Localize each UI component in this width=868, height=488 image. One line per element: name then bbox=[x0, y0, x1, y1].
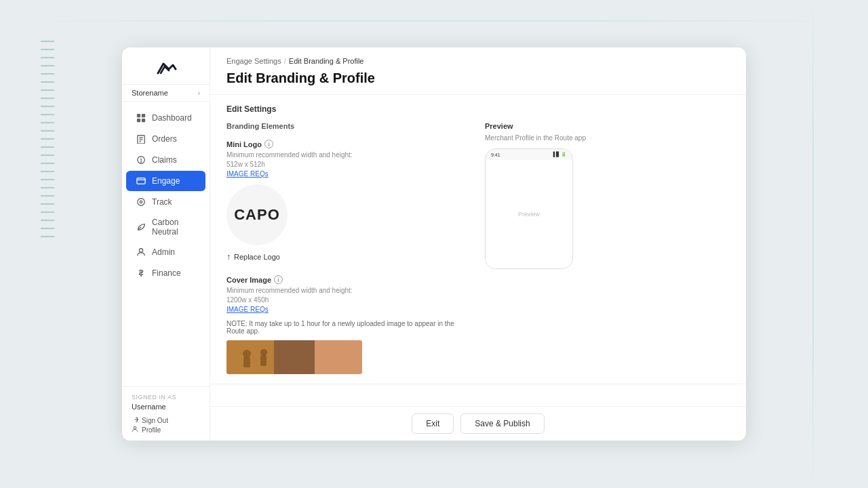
breadcrumb-separator: / bbox=[284, 57, 286, 65]
sidebar: Storename › Dashboard bbox=[122, 47, 210, 441]
cover-image-note: NOTE: It may take up to 1 hour for a new… bbox=[226, 320, 471, 335]
storename-label: Storename bbox=[132, 89, 168, 97]
sidebar-item-dashboard-label: Dashboard bbox=[152, 113, 192, 123]
breadcrumb-bar: Engage Settings / Edit Branding & Profil… bbox=[210, 47, 746, 65]
branding-elements-label: Branding Elements bbox=[226, 122, 471, 130]
cover-image-info-icon[interactable]: i bbox=[274, 275, 283, 284]
phone-status-bar: 9:41 ▐ ▊ 🔋 bbox=[486, 149, 572, 160]
cover-image-reqs[interactable]: IMAGE REQs bbox=[226, 306, 471, 313]
profile-icon bbox=[132, 426, 138, 434]
sidebar-footer: SIGNED IN AS Username Sign Out bbox=[122, 386, 210, 441]
save-publish-button[interactable]: Save & Publish bbox=[460, 413, 544, 434]
content-area: Edit Settings Branding Elements Mini Log… bbox=[210, 95, 746, 406]
storename-chevron-icon: › bbox=[198, 89, 200, 97]
svg-rect-20 bbox=[226, 340, 274, 374]
phone-signal-icon: ▐ ▊ 🔋 bbox=[551, 152, 567, 157]
branding-two-col: Branding Elements Mini Logo i Minimum re… bbox=[226, 122, 730, 374]
svg-rect-24 bbox=[243, 357, 250, 367]
svg-point-25 bbox=[260, 349, 267, 356]
svg-point-10 bbox=[141, 161, 142, 162]
claims-icon bbox=[136, 155, 146, 165]
exit-button[interactable]: Exit bbox=[412, 413, 454, 434]
finance-icon bbox=[136, 268, 146, 279]
svg-point-23 bbox=[243, 350, 251, 358]
app-logo-icon bbox=[155, 60, 177, 76]
svg-point-18 bbox=[134, 426, 136, 429]
edit-settings-section: Edit Settings Branding Elements Mini Log… bbox=[210, 95, 746, 384]
footer-actions: Sign Out Profile bbox=[132, 416, 200, 434]
sidebar-item-finance-label: Finance bbox=[152, 268, 181, 278]
grid-icon bbox=[136, 113, 146, 123]
breadcrumb: Engage Settings / Edit Branding & Profil… bbox=[226, 57, 730, 65]
bg-line-right bbox=[812, 0, 814, 488]
sidebar-item-admin[interactable]: Admin bbox=[126, 242, 205, 262]
edit-settings-title: Edit Settings bbox=[226, 104, 730, 114]
sidebar-item-dashboard[interactable]: Dashboard bbox=[126, 108, 205, 128]
phone-preview-text: Preview bbox=[518, 211, 540, 218]
page-title-bar: Edit Branding & Profile bbox=[210, 65, 746, 95]
sidebar-item-track-label: Track bbox=[152, 197, 172, 207]
phone-mockup: 9:41 ▐ ▊ 🔋 Preview bbox=[485, 148, 573, 269]
sign-out-icon bbox=[132, 416, 138, 424]
signed-in-label: SIGNED IN AS bbox=[132, 394, 200, 401]
leaf-icon bbox=[136, 222, 146, 232]
phone-time: 9:41 bbox=[491, 152, 500, 157]
sidebar-item-carbon[interactable]: Carbon Neutral bbox=[126, 213, 205, 241]
svg-rect-0 bbox=[137, 114, 140, 117]
svg-rect-26 bbox=[260, 355, 267, 366]
username-text: Username bbox=[132, 403, 200, 411]
preview-sublabel: Merchant Profile in the Route app bbox=[485, 134, 730, 142]
upload-icon: ↑ bbox=[226, 252, 231, 262]
admin-icon bbox=[136, 247, 146, 258]
svg-rect-21 bbox=[274, 340, 315, 374]
replace-logo-button[interactable]: ↑ Replace Logo bbox=[226, 252, 280, 262]
svg-rect-22 bbox=[315, 340, 362, 374]
breadcrumb-current: Edit Branding & Profile bbox=[289, 57, 364, 65]
svg-rect-3 bbox=[142, 119, 145, 122]
sidebar-item-engage-label: Engage bbox=[152, 176, 180, 186]
svg-rect-11 bbox=[137, 178, 145, 184]
profile-link[interactable]: Profile bbox=[132, 426, 200, 434]
svg-rect-1 bbox=[142, 114, 145, 117]
sidebar-item-claims[interactable]: Claims bbox=[126, 150, 205, 170]
phone-content-area: Preview bbox=[486, 160, 572, 268]
mini-logo-info-icon[interactable]: i bbox=[264, 140, 273, 148]
sidebar-item-orders-label: Orders bbox=[152, 134, 177, 144]
mini-logo-hint: Minimum recommended width and height: bbox=[226, 151, 471, 159]
mini-logo-image-reqs[interactable]: IMAGE REQs bbox=[226, 170, 471, 178]
branding-elements-col: Branding Elements Mini Logo i Minimum re… bbox=[226, 122, 471, 374]
svg-point-12 bbox=[138, 199, 145, 206]
mini-logo-field-label: Mini Logo i bbox=[226, 140, 471, 148]
cover-image-hint: Minimum recommended width and height: bbox=[226, 287, 471, 294]
svg-point-13 bbox=[140, 201, 142, 203]
bottom-bar: Exit Save & Publish bbox=[210, 406, 746, 441]
preview-col-label: Preview bbox=[485, 122, 730, 130]
sidebar-logo bbox=[122, 47, 210, 84]
breadcrumb-parent[interactable]: Engage Settings bbox=[226, 57, 281, 65]
sidebar-item-claims-label: Claims bbox=[152, 155, 177, 165]
storename-row[interactable]: Storename › bbox=[122, 84, 210, 102]
svg-rect-2 bbox=[137, 119, 140, 122]
sidebar-item-carbon-label: Carbon Neutral bbox=[152, 218, 196, 237]
logo-preview-text: CAPO bbox=[234, 206, 280, 224]
mini-logo-dimensions: 512w x 512h bbox=[226, 161, 471, 168]
sidebar-item-engage[interactable]: Engage bbox=[126, 171, 205, 191]
sign-out-link[interactable]: Sign Out bbox=[132, 416, 200, 424]
cover-image-field-label: Cover Image i bbox=[226, 275, 471, 284]
sidebar-item-orders[interactable]: Orders bbox=[126, 129, 205, 149]
svg-point-15 bbox=[139, 249, 142, 252]
engage-icon bbox=[136, 176, 146, 186]
sidebar-item-admin-label: Admin bbox=[152, 247, 175, 257]
sidebar-item-finance[interactable]: Finance bbox=[126, 263, 205, 283]
cover-image-preview bbox=[226, 340, 362, 374]
main-content: Engage Settings / Edit Branding & Profil… bbox=[210, 47, 746, 441]
sidebar-item-track[interactable]: Track bbox=[126, 192, 205, 212]
logo-preview-container: CAPO bbox=[226, 184, 288, 245]
app-window: Storename › Dashboard bbox=[122, 47, 746, 441]
page-title: Edit Branding & Profile bbox=[226, 70, 730, 86]
preview-col: Preview Merchant Profile in the Route ap… bbox=[485, 122, 730, 374]
track-icon bbox=[136, 197, 146, 207]
orders-icon bbox=[136, 134, 146, 144]
cover-image-svg bbox=[226, 340, 362, 374]
cover-image-dimensions: 1200w x 450h bbox=[226, 296, 471, 304]
